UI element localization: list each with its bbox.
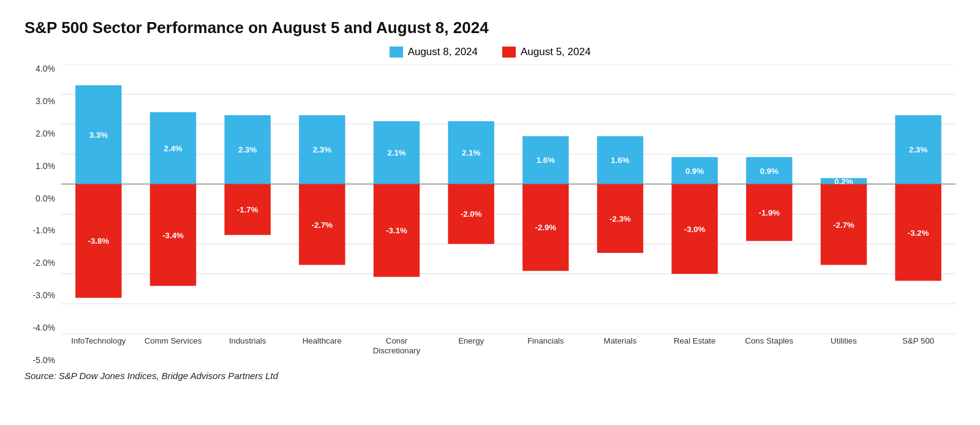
- svg-text:Healthcare: Healthcare: [303, 336, 342, 345]
- source-text: Source: S&P Dow Jones Indices, Bridge Ad…: [24, 370, 956, 381]
- y-axis: 4.0%3.0%2.0%1.0%0.0%-1.0%-2.0%-3.0%-4.0%…: [24, 64, 61, 364]
- svg-text:Utilities: Utilities: [831, 336, 857, 345]
- legend-aug8: August 8, 2024: [390, 46, 478, 58]
- svg-text:0.9%: 0.9%: [760, 167, 779, 176]
- svg-text:Discretionary: Discretionary: [373, 346, 421, 355]
- svg-text:Cons Staples: Cons Staples: [745, 336, 793, 345]
- y-axis-label: -5.0%: [32, 356, 55, 364]
- svg-text:2.3%: 2.3%: [238, 145, 257, 154]
- svg-text:-3.8%: -3.8%: [88, 237, 110, 246]
- svg-text:-3.4%: -3.4%: [162, 231, 184, 240]
- legend-aug5: August 5, 2024: [502, 46, 590, 58]
- svg-text:1.6%: 1.6%: [611, 156, 630, 165]
- y-axis-label: -3.0%: [32, 291, 55, 299]
- svg-text:-2.9%: -2.9%: [535, 224, 557, 233]
- svg-text:-3.1%: -3.1%: [386, 226, 407, 235]
- legend-aug8-label: August 8, 2024: [408, 46, 478, 58]
- y-axis-label: -2.0%: [32, 258, 55, 267]
- svg-text:Financials: Financials: [527, 336, 564, 345]
- svg-text:Real Estate: Real Estate: [674, 336, 716, 345]
- svg-text:Consr: Consr: [386, 336, 408, 345]
- y-axis-label: 3.0%: [36, 97, 55, 105]
- svg-text:-3.2%: -3.2%: [908, 228, 929, 238]
- svg-text:Comm Services: Comm Services: [145, 336, 202, 345]
- svg-text:S&P 500: S&P 500: [902, 336, 934, 345]
- svg-text:-1.9%: -1.9%: [759, 208, 780, 217]
- legend: August 8, 2024 August 5, 2024: [24, 46, 956, 58]
- y-axis-label: 4.0%: [36, 64, 55, 73]
- legend-aug5-label: August 5, 2024: [521, 46, 590, 58]
- svg-text:InfoTechnology: InfoTechnology: [71, 336, 126, 345]
- svg-text:Materials: Materials: [604, 336, 637, 345]
- chart-container: S&P 500 Sector Performance on August 5 a…: [12, 0, 968, 393]
- y-axis-label: -1.0%: [32, 226, 55, 235]
- y-axis-label: 1.0%: [36, 162, 55, 170]
- y-axis-label: 0.0%: [36, 194, 55, 203]
- svg-text:-3.0%: -3.0%: [684, 225, 706, 234]
- svg-text:-2.3%: -2.3%: [609, 214, 631, 224]
- svg-text:2.4%: 2.4%: [164, 144, 183, 153]
- svg-text:2.1%: 2.1%: [387, 148, 406, 157]
- y-axis-label: -4.0%: [32, 323, 55, 332]
- plot-area: 3.3%-3.8%InfoTechnology2.4%-3.4%Comm Ser…: [61, 64, 956, 364]
- svg-text:3.3%: 3.3%: [89, 130, 108, 140]
- svg-text:2.3%: 2.3%: [313, 145, 332, 154]
- legend-aug5-color: [502, 47, 516, 58]
- svg-text:-2.0%: -2.0%: [461, 210, 482, 219]
- svg-text:-2.7%: -2.7%: [833, 220, 854, 230]
- svg-text:Industrials: Industrials: [229, 336, 266, 345]
- svg-text:2.3%: 2.3%: [909, 145, 928, 154]
- chart-body: 4.0%3.0%2.0%1.0%0.0%-1.0%-2.0%-3.0%-4.0%…: [24, 64, 956, 364]
- svg-text:-2.7%: -2.7%: [312, 220, 333, 230]
- svg-text:Energy: Energy: [458, 336, 484, 345]
- svg-text:1.6%: 1.6%: [537, 156, 556, 165]
- svg-text:0.9%: 0.9%: [685, 167, 704, 176]
- legend-aug8-color: [390, 47, 403, 58]
- chart-svg: 3.3%-3.8%InfoTechnology2.4%-3.4%Comm Ser…: [61, 64, 956, 364]
- svg-text:-1.7%: -1.7%: [237, 205, 258, 214]
- svg-text:2.1%: 2.1%: [462, 148, 481, 157]
- y-axis-label: 2.0%: [36, 129, 55, 138]
- chart-title: S&P 500 Sector Performance on August 5 a…: [24, 18, 956, 37]
